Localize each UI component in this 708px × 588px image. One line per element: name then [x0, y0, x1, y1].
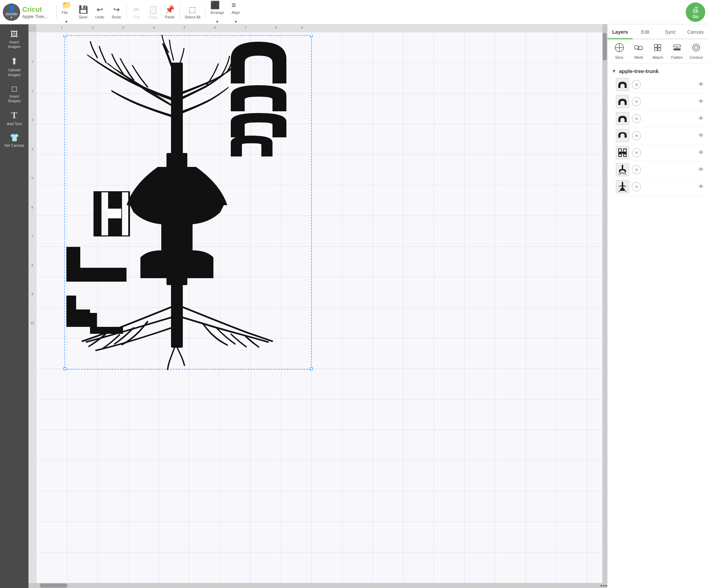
cricut-logo[interactable]: Cricut Apple Tree...	[22, 5, 50, 19]
redo-button[interactable]: ↪ Redo	[108, 4, 125, 21]
h-inner-r2	[122, 219, 128, 235]
tab-layers[interactable]: Layers	[608, 24, 633, 39]
svg-rect-9	[658, 45, 661, 47]
layer-row-1[interactable]: ✕ 👁	[608, 76, 708, 93]
h-ruler-3: 3	[122, 26, 124, 29]
paste-button[interactable]: 📌 Paste	[161, 4, 178, 21]
sidebar-item-upload-images[interactable]: ⬆ UploadImages	[2, 53, 26, 80]
handle-tr[interactable]	[310, 35, 312, 37]
h-ruler-8: 8	[275, 26, 277, 29]
h-ruler-5: 5	[184, 26, 185, 29]
tab-canvas[interactable]: Canvas	[683, 24, 708, 39]
layer-x-7[interactable]: ✕	[632, 182, 641, 191]
corner-shape-1	[66, 247, 127, 282]
svg-rect-17	[674, 48, 681, 50]
layer-eye-3[interactable]: 👁	[698, 115, 704, 122]
svg-rect-26	[624, 149, 626, 152]
svg-rect-1	[171, 63, 183, 156]
project-title: Apple Tree...	[22, 14, 48, 19]
v-ruler-2: 2	[29, 89, 36, 93]
layer-row-2[interactable]: ✕ 👁	[608, 93, 708, 110]
undo-button[interactable]: ↩ Undo	[91, 4, 108, 21]
tab-edit[interactable]: Edit	[633, 24, 658, 39]
weld-icon	[634, 43, 643, 55]
layer-eye-2[interactable]: 👁	[698, 98, 704, 105]
sidebar-item-insert-shapes[interactable]: ◻ InsertShapes	[2, 81, 26, 106]
sidebar-item-set-canvas[interactable]: 👕 Set Canvas	[2, 130, 26, 151]
cut-button[interactable]: ✂ Cut	[128, 4, 145, 21]
set-canvas-icon: 👕	[10, 133, 19, 142]
add-text-icon: T	[11, 110, 17, 121]
h-inner-r	[122, 192, 128, 224]
svg-rect-27	[624, 154, 626, 156]
user-avatar[interactable]: 👤 Jennifer ▼	[3, 3, 20, 21]
layer-thumb-5	[616, 146, 629, 159]
flatten-tool[interactable]: Flatten	[668, 43, 686, 59]
layer-x-2[interactable]: ✕	[632, 97, 641, 106]
slice-tool[interactable]: Slice	[611, 43, 628, 59]
attach-tool[interactable]: Attach	[649, 43, 666, 59]
horizontal-scroll-thumb[interactable]	[40, 583, 67, 588]
layer-eye-6[interactable]: 👁	[698, 167, 704, 173]
layer-group-arrow: ▼	[612, 69, 616, 74]
svg-rect-24	[619, 149, 621, 152]
arch-shape-1	[231, 42, 286, 83]
layer-row-6[interactable]: ✕ 👁	[608, 161, 708, 178]
left-sidebar: 🖼 InsertImages ⬆ UploadImages ◻ InsertSh…	[0, 24, 29, 588]
h-ruler-9: 9	[301, 26, 303, 29]
layer-x-4[interactable]: ✕	[632, 131, 641, 140]
layer-group-header[interactable]: ▼ apple-tree-trunk	[608, 66, 708, 76]
layer-x-5[interactable]: ✕	[632, 148, 641, 157]
layer-row-5[interactable]: ✕ 👁	[608, 144, 708, 161]
dropdown-arrow: ▼	[10, 16, 13, 19]
corner-shape-3	[90, 313, 123, 334]
select-all-button[interactable]: ⬚ Select All	[181, 4, 204, 21]
corner-shape-2	[66, 296, 90, 327]
svg-rect-10	[654, 48, 657, 51]
layer-eye-5[interactable]: 👁	[698, 150, 704, 156]
canvas-container[interactable]	[36, 32, 602, 583]
h-border-l	[93, 191, 102, 236]
weld-tool[interactable]: Weld	[630, 43, 647, 59]
file-button[interactable]: 📁 File ▼	[58, 0, 75, 25]
layer-x-6[interactable]: ✕	[632, 165, 641, 174]
layer-thumb-6	[616, 163, 629, 176]
vertical-scrollbar[interactable]	[602, 32, 607, 583]
divider-2	[126, 5, 127, 19]
save-button[interactable]: 💾 Save	[75, 4, 91, 21]
go-button[interactable]: 🖨 Go	[686, 2, 705, 22]
contour-tool[interactable]: Contour	[687, 43, 705, 59]
divider-4	[205, 5, 205, 19]
dot-1	[601, 585, 602, 587]
main-area: 🖼 InsertImages ⬆ UploadImages ◻ InsertSh…	[0, 24, 708, 588]
more-options-button[interactable]	[600, 583, 607, 588]
svg-rect-6	[635, 46, 638, 49]
horizontal-scrollbar[interactable]	[36, 583, 600, 588]
layer-x-1[interactable]: ✕	[632, 80, 641, 89]
sidebar-item-insert-images[interactable]: 🖼 InsertImages	[2, 27, 26, 52]
tab-sync[interactable]: Sync	[658, 24, 683, 39]
dot-3	[605, 585, 607, 587]
arrange-button[interactable]: ⬛ Arrange ▼	[207, 0, 227, 25]
layer-eye-7[interactable]: 👁	[698, 184, 704, 190]
canvas-drawing	[36, 35, 314, 377]
layer-eye-1[interactable]: 👁	[698, 81, 704, 88]
flatten-icon	[672, 43, 682, 55]
ruler-corner-right	[602, 24, 607, 32]
align-button[interactable]: ≡ Align ▼	[228, 0, 244, 25]
canvas-scroll-area[interactable]: 1 2 3 4 5 6 7 8 9 10	[29, 32, 607, 583]
layer-row-3[interactable]: ✕ 👁	[608, 110, 708, 127]
copy-button[interactable]: 📋 Copy	[145, 4, 161, 21]
layer-x-3[interactable]: ✕	[632, 114, 641, 123]
handle-bl[interactable]	[64, 368, 66, 370]
toolbar: 👤 Jennifer ▼ Cricut Apple Tree... 📁 File…	[0, 0, 708, 24]
sidebar-label-set-canvas: Set Canvas	[5, 143, 24, 148]
handle-tl[interactable]	[64, 35, 66, 37]
handle-br[interactable]	[310, 368, 312, 370]
svg-text:Cricut: Cricut	[22, 5, 42, 13]
sidebar-item-add-text[interactable]: T Add Text	[2, 107, 26, 129]
vertical-scroll-thumb[interactable]	[603, 33, 607, 61]
layer-row-4[interactable]: ✕ 👁	[608, 127, 708, 144]
layer-eye-4[interactable]: 👁	[698, 132, 704, 139]
layer-row-7[interactable]: ✕ 👁	[608, 178, 708, 195]
